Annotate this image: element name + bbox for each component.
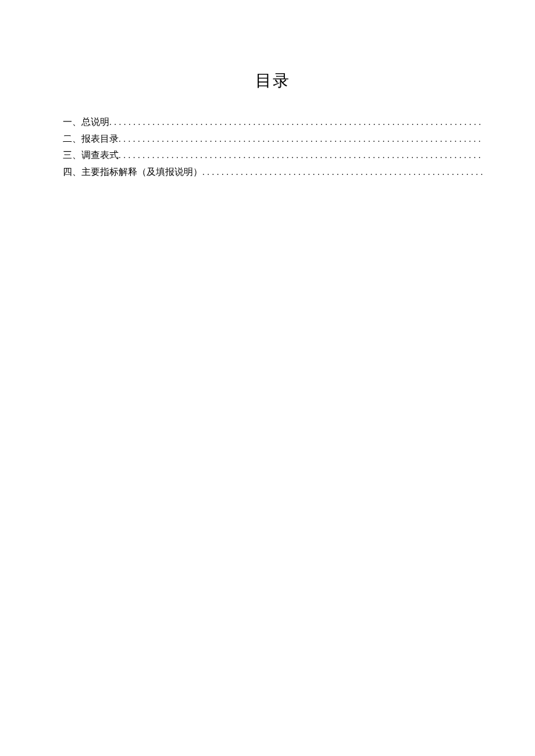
toc-leader bbox=[202, 164, 483, 181]
toc-entry-label: 二、报表目录 bbox=[63, 131, 119, 148]
toc-leader bbox=[119, 131, 483, 148]
toc-title: 目录 bbox=[63, 70, 483, 92]
toc-entry: 四、主要指标解释（及填报说明） bbox=[63, 164, 483, 181]
page-content: 目录 一、总说明 二、报表目录 三、调查表式 四、主要指标解释（及填报说明） bbox=[0, 0, 535, 180]
toc-entry: 二、报表目录 bbox=[63, 131, 483, 148]
toc-list: 一、总说明 二、报表目录 三、调查表式 四、主要指标解释（及填报说明） bbox=[63, 114, 483, 180]
toc-entry-label: 一、总说明 bbox=[63, 114, 109, 131]
toc-entry: 三、调查表式 bbox=[63, 147, 483, 164]
toc-entry-label: 四、主要指标解释（及填报说明） bbox=[63, 164, 202, 181]
toc-leader bbox=[109, 114, 483, 131]
toc-entry-label: 三、调查表式 bbox=[63, 147, 119, 164]
toc-leader bbox=[119, 147, 483, 164]
toc-entry: 一、总说明 bbox=[63, 114, 483, 131]
